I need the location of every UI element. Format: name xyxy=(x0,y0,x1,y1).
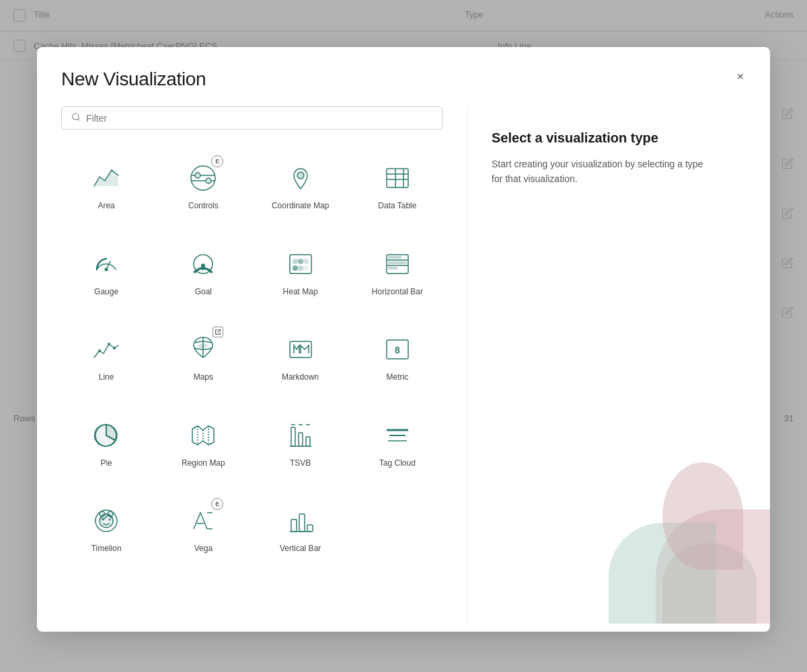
viz-item-controls[interactable]: E Controls xyxy=(158,150,248,222)
svg-point-22 xyxy=(298,259,303,264)
viz-item-region-map[interactable]: Region Map xyxy=(158,407,248,480)
search-icon xyxy=(71,112,81,124)
visualization-grid: Area E xyxy=(61,150,443,565)
line-icon xyxy=(89,332,124,367)
viz-item-pie[interactable]: Pie xyxy=(61,407,151,480)
svg-rect-11 xyxy=(387,169,408,187)
region-map-label: Region Map xyxy=(182,458,225,469)
shape-pink-small xyxy=(662,462,743,570)
heat-map-icon xyxy=(283,247,318,282)
vertical-bar-icon xyxy=(283,503,318,538)
viz-item-horizontal-bar[interactable]: Horizontal Bar xyxy=(352,236,443,308)
visualization-selector-panel: Area E xyxy=(37,106,467,624)
timelion-icon xyxy=(89,503,124,538)
viz-item-timelion[interactable]: Timelion xyxy=(61,493,151,565)
tag-cloud-icon xyxy=(380,418,415,453)
viz-item-gauge[interactable]: Gauge xyxy=(61,236,151,308)
horizontal-bar-label: Horizontal Bar xyxy=(372,287,423,298)
svg-rect-30 xyxy=(388,256,401,259)
svg-point-23 xyxy=(303,259,309,264)
viz-item-vega[interactable]: E Vega xyxy=(158,493,248,565)
search-bar xyxy=(61,106,443,130)
svg-point-3 xyxy=(191,166,215,190)
svg-point-25 xyxy=(298,265,303,271)
controls-label: Controls xyxy=(188,201,219,212)
viz-item-area[interactable]: Area xyxy=(61,150,151,222)
area-icon xyxy=(89,161,124,196)
viz-item-metric[interactable]: 8 Metric xyxy=(352,321,443,394)
svg-point-24 xyxy=(293,265,298,271)
svg-point-57 xyxy=(108,511,113,517)
info-panel-description: Start creating your visualization by sel… xyxy=(492,157,707,187)
region-map-icon xyxy=(186,418,221,453)
data-table-icon xyxy=(380,161,415,196)
filter-input[interactable] xyxy=(86,113,432,124)
svg-point-17 xyxy=(105,267,108,271)
svg-text:8: 8 xyxy=(202,263,206,271)
tag-cloud-label: Tag Cloud xyxy=(379,458,416,469)
timelion-label: Timelion xyxy=(91,544,122,554)
viz-item-heat-map[interactable]: Heat Map xyxy=(256,236,346,308)
svg-point-4 xyxy=(195,173,200,178)
markdown-label: Markdown xyxy=(282,372,319,383)
visualization-info-panel: Select a visualization type Start creati… xyxy=(467,106,770,624)
new-visualization-modal: New Visualization × xyxy=(37,47,770,632)
maps-ext-badge xyxy=(213,327,223,337)
line-label: Line xyxy=(99,372,114,383)
vertical-bar-label: Vertical Bar xyxy=(280,544,321,554)
goal-label: Goal xyxy=(195,287,212,298)
heat-map-label: Heat Map xyxy=(283,287,318,298)
vega-e-badge: E xyxy=(211,498,223,510)
viz-item-markdown[interactable]: Markdown xyxy=(256,321,346,394)
gauge-label: Gauge xyxy=(94,287,118,298)
svg-text:8: 8 xyxy=(395,345,400,355)
data-table-label: Data Table xyxy=(378,201,416,212)
svg-rect-31 xyxy=(388,261,407,264)
svg-point-35 xyxy=(113,347,116,349)
svg-line-1 xyxy=(78,119,80,121)
svg-rect-62 xyxy=(291,519,297,532)
viz-item-maps[interactable]: Maps xyxy=(158,321,248,394)
svg-rect-63 xyxy=(299,514,305,532)
svg-rect-44 xyxy=(291,427,295,446)
svg-point-56 xyxy=(100,511,105,517)
goal-icon: 8 xyxy=(186,247,221,282)
vega-label: Vega xyxy=(194,544,213,554)
area-label: Area xyxy=(98,201,114,212)
svg-point-26 xyxy=(303,265,309,271)
svg-rect-32 xyxy=(388,267,397,269)
svg-point-58 xyxy=(102,519,104,521)
tsvb-icon xyxy=(283,418,318,453)
gauge-icon xyxy=(89,247,124,282)
svg-point-59 xyxy=(109,519,111,521)
viz-item-vertical-bar[interactable]: Vertical Bar xyxy=(256,493,346,565)
viz-item-tsvb[interactable]: TSVB xyxy=(256,407,346,480)
svg-rect-45 xyxy=(299,433,303,446)
viz-item-tag-cloud[interactable]: Tag Cloud xyxy=(352,407,443,480)
viz-item-line[interactable]: Line xyxy=(61,321,151,394)
markdown-icon xyxy=(283,332,318,367)
pie-label: Pie xyxy=(100,458,112,469)
controls-e-badge: E xyxy=(211,155,223,167)
modal-body: Area E xyxy=(37,106,770,624)
coordinate-map-label: Coordinate Map xyxy=(272,201,329,212)
coordinate-map-icon xyxy=(283,161,318,196)
tsvb-label: TSVB xyxy=(290,458,311,469)
viz-item-coordinate-map[interactable]: Coordinate Map xyxy=(256,150,346,222)
viz-item-goal[interactable]: 8 Goal xyxy=(158,236,248,308)
metric-label: Metric xyxy=(387,372,409,383)
svg-point-33 xyxy=(98,349,101,352)
pie-icon xyxy=(89,418,124,453)
metric-icon: 8 xyxy=(380,332,415,367)
horizontal-bar-icon xyxy=(380,247,415,282)
close-button[interactable]: × xyxy=(731,67,750,86)
svg-point-5 xyxy=(206,178,211,183)
info-panel-title: Select a visualization type xyxy=(492,130,746,146)
modal-title: New Visualization xyxy=(61,69,746,90)
svg-point-34 xyxy=(108,343,110,345)
svg-rect-46 xyxy=(306,437,310,446)
viz-item-data-table[interactable]: Data Table xyxy=(352,150,443,222)
svg-point-21 xyxy=(293,259,298,264)
svg-point-10 xyxy=(297,172,304,179)
svg-point-0 xyxy=(73,114,79,120)
